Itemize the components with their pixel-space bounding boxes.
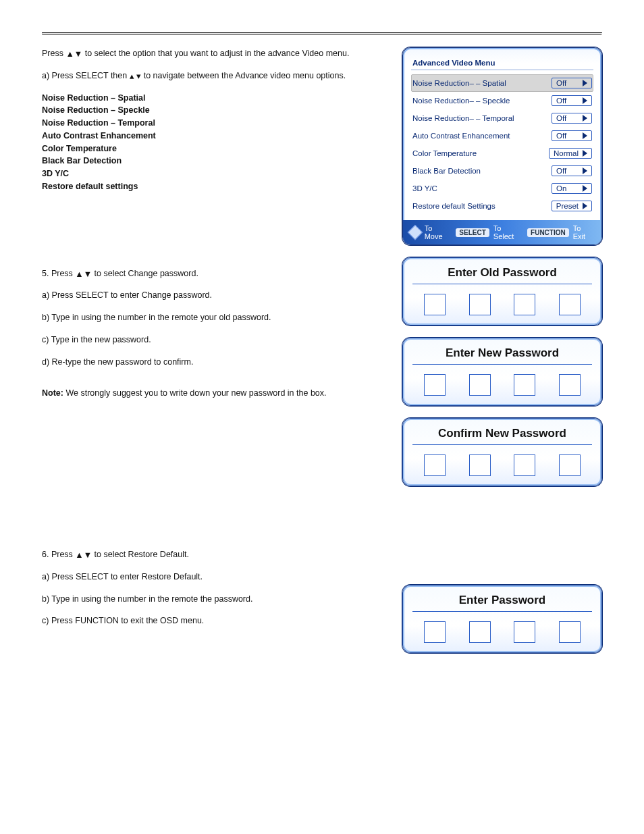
enter-old-password-panel: Enter Old Password xyxy=(402,257,602,325)
footer-function-key: FUNCTION xyxy=(527,228,569,237)
osd-row[interactable]: Color TemperatureNormal xyxy=(411,145,593,162)
instruction-column: Press ▲▼ to select the option that you w… xyxy=(42,47,390,637)
pwd-enter-title: Enter Password xyxy=(412,592,592,612)
password-digit[interactable] xyxy=(559,294,581,315)
advanced-item: Color Temperature xyxy=(42,142,390,155)
block1-sub-b: to navigate between the Advance video me… xyxy=(144,71,346,80)
password-digit[interactable] xyxy=(514,374,535,396)
footer-select: To Select xyxy=(493,224,523,240)
advanced-item: 3D Y/C xyxy=(42,167,390,180)
password-digit[interactable] xyxy=(559,454,581,476)
osd-row-value-text: Off xyxy=(556,97,566,105)
down-icon: ▼ xyxy=(84,549,92,562)
instruction-line: a) Press SELECT to enter Restore Default… xyxy=(42,571,390,583)
osd-row[interactable]: Auto Contrast EnhancementOff xyxy=(411,127,593,145)
password-digit[interactable] xyxy=(514,294,535,315)
chevron-right-icon xyxy=(583,167,587,174)
confirm-new-password-panel: Confirm New Password xyxy=(402,418,602,486)
block2-note: Note: We strongly suggest you to write d… xyxy=(42,387,390,400)
password-digit[interactable] xyxy=(559,374,581,396)
block3-press-prefix: Press xyxy=(51,550,75,559)
instruction-line: a) Press SELECT to enter Change password… xyxy=(42,289,390,302)
note-text: We strongly suggest you to write down yo… xyxy=(65,388,326,398)
down-icon: ▼ xyxy=(74,48,82,61)
osd-row-value-text: Off xyxy=(556,167,566,175)
up-small-icon: ▴ xyxy=(130,70,134,83)
password-digit[interactable] xyxy=(469,454,491,476)
pwd-confirm-title: Confirm New Password xyxy=(412,425,592,445)
osd-row-value-text: Normal xyxy=(554,149,579,157)
osd-title: Advanced Video Menu xyxy=(411,55,593,70)
password-digit[interactable] xyxy=(424,294,446,315)
advanced-video-menu-panel: Advanced Video Menu Noise Reduction– – S… xyxy=(402,47,602,245)
pwd-old-title: Enter Old Password xyxy=(412,265,592,284)
pwd-confirm-boxes xyxy=(412,445,592,476)
advanced-item: Auto Contrast Enhancement xyxy=(42,130,390,142)
password-digit[interactable] xyxy=(469,374,491,396)
osd-row-value-text: Off xyxy=(556,132,566,140)
note-label: Note: xyxy=(42,388,63,398)
block1: Press ▲▼ to select the option that you w… xyxy=(42,47,390,193)
advanced-item: Restore default settings xyxy=(42,180,390,193)
osd-row-value[interactable]: Off xyxy=(552,78,592,88)
osd-row-value[interactable]: Normal xyxy=(549,148,592,159)
down-small-icon: ▾ xyxy=(136,70,141,83)
footer-exit: To Exit xyxy=(573,224,595,240)
osd-row-label: Noise Reduction– – Temporal xyxy=(412,114,514,122)
osd-row[interactable]: 3D Y/COn xyxy=(411,180,593,197)
osd-row[interactable]: Noise Reduction– – TemporalOff xyxy=(411,109,593,127)
osd-row-value-text: Preset xyxy=(556,202,579,210)
osd-row-value[interactable]: Off xyxy=(552,130,592,141)
osd-row-value[interactable]: Off xyxy=(552,165,592,176)
password-digit[interactable] xyxy=(514,454,535,476)
password-digit[interactable] xyxy=(424,454,446,476)
chevron-right-icon xyxy=(583,132,587,139)
down-icon: ▼ xyxy=(84,268,92,281)
osd-row-label: Color Temperature xyxy=(412,149,477,157)
password-digit[interactable] xyxy=(424,621,446,643)
password-digit[interactable] xyxy=(559,621,581,643)
up-icon: ▲ xyxy=(75,549,83,562)
osd-row[interactable]: Noise Reduction– – SpatialOff xyxy=(411,74,593,92)
password-digit[interactable] xyxy=(469,621,491,643)
block2-press-prefix: Press xyxy=(51,269,75,278)
advanced-item: Noise Reduction – Spatial xyxy=(42,92,390,105)
block1-press-suffix: to select the option that you want to ad… xyxy=(85,49,350,58)
osd-row[interactable]: Restore default SettingsPreset xyxy=(411,197,593,215)
figure-column: Advanced Video Menu Noise Reduction– – S… xyxy=(402,47,602,653)
pwd-new-title: Enter New Password xyxy=(412,345,592,365)
up-icon: ▲ xyxy=(65,48,74,61)
osd-row-label: Black Bar Detection xyxy=(412,167,481,175)
password-digit[interactable] xyxy=(469,294,491,315)
pwd-old-boxes xyxy=(412,284,592,315)
chevron-right-icon xyxy=(583,80,587,86)
osd-row-label: Auto Contrast Enhancement xyxy=(412,132,510,140)
block1-press-prefix: Press xyxy=(42,49,65,58)
block3-step: 6. xyxy=(42,550,49,559)
password-digit[interactable] xyxy=(514,621,535,643)
chevron-right-icon xyxy=(583,203,587,209)
block2: 5. Press ▲▼ to select Change password. a… xyxy=(42,267,390,400)
instruction-line: d) Re-type the new password to confirm. xyxy=(42,356,390,369)
osd-list: Noise Reduction– – SpatialOffNoise Reduc… xyxy=(411,74,593,215)
osd-row[interactable]: Black Bar DetectionOff xyxy=(411,162,593,180)
osd-row-value[interactable]: Off xyxy=(552,95,592,106)
osd-row-label: Restore default Settings xyxy=(412,202,495,210)
osd-row[interactable]: Noise Reduction– – SpeckleOff xyxy=(411,92,593,109)
instruction-line: c) Press FUNCTION to exit the OSD menu. xyxy=(42,615,390,627)
osd-row-value-text: On xyxy=(556,184,566,192)
footer-select-key: SELECT xyxy=(456,228,489,237)
osd-row-value[interactable]: On xyxy=(552,183,592,194)
block1-sub-a: a) Press SELECT then xyxy=(42,71,130,80)
instruction-line: c) Type in the new password. xyxy=(42,334,390,346)
block3-press-suffix: to select Restore Default. xyxy=(95,550,189,559)
pwd-new-boxes xyxy=(412,365,592,396)
header-divider xyxy=(42,32,602,35)
osd-row-value[interactable]: Off xyxy=(552,113,592,124)
osd-row-value-text: Off xyxy=(556,79,566,87)
advanced-item: Noise Reduction – Speckle xyxy=(42,104,390,117)
block2-press-suffix: to select Change password. xyxy=(95,269,198,278)
osd-row-value[interactable]: Preset xyxy=(552,201,592,211)
password-digit[interactable] xyxy=(424,374,446,396)
osd-row-value-text: Off xyxy=(556,114,566,122)
